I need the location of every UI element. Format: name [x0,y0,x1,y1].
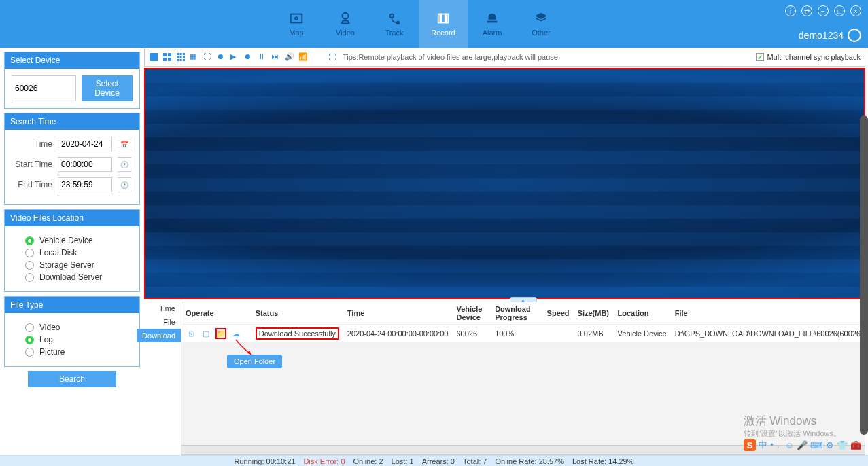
radio-icon [25,336,34,344]
alarm-icon [483,11,501,26]
radio-download-server[interactable]: Download Server [25,272,133,282]
device-input[interactable] [12,75,76,101]
pause-icon[interactable]: ⏸ [258,52,267,62]
open-folder-button[interactable]: 📁 [215,328,226,339]
expand-handle[interactable]: ▲ [510,297,537,302]
record-icon[interactable]: ⏺ [244,52,254,62]
radio-icon [25,273,34,282]
vertical-scrollbar[interactable] [860,115,868,435]
ime-logo-icon[interactable]: S [744,439,756,451]
svg-rect-16 [183,53,185,55]
ime-skin-icon[interactable]: 👕 [837,440,848,450]
svg-rect-21 [180,59,182,61]
date-input[interactable] [58,137,112,151]
multi-sync-checkbox[interactable]: ✓ Multi-channel sync playback [756,53,861,61]
select-device-button[interactable]: Select Device [82,75,133,101]
end-time-label: End Time [12,180,52,190]
next-icon[interactable]: ⏭ [271,52,281,62]
col-file: File [671,302,865,325]
user-info[interactable]: demo1234 [799,29,861,42]
sound-icon[interactable]: 🔊 [285,52,294,62]
clock-icon[interactable]: 🕐 [118,177,131,192]
running-status: Running: 00:10:21 [234,457,295,465]
tab-alarm[interactable]: Alarm [468,0,517,48]
radio-vehicle-device[interactable]: Vehicle Device [25,236,133,245]
ime-lang-icon[interactable]: 中 [759,439,767,451]
info-icon[interactable]: i [785,5,796,16]
table-row[interactable]: ⎘ ▢ 📁 ☁ Download Successfully 2020-04-24… [181,325,865,343]
ime-mic-icon[interactable]: 🎤 [797,440,808,450]
camera-icon[interactable]: ⏺ [217,52,226,62]
ime-punct-icon[interactable]: •， [770,439,782,451]
col-operate: Operate [181,302,251,325]
progress-cell: 100% [491,325,542,343]
swap-icon[interactable]: ⇄ [801,5,812,16]
map-icon [288,11,305,26]
radio-icon [25,236,34,245]
start-time-input[interactable] [58,157,112,172]
radio-log[interactable]: Log [25,335,133,344]
ime-keyboard-icon[interactable]: ⌨ [810,440,823,450]
radio-video[interactable]: Video [25,323,133,332]
tab-record[interactable]: Record [419,0,468,48]
size-cell: 0.02MB [574,325,614,343]
search-time-panel: Search Time Time 📅 Start Time 🕐 End Time… [4,113,140,205]
tab-video[interactable]: Video [321,0,370,48]
radio-label: Log [39,335,53,344]
download-icon[interactable]: ⎘ [186,328,196,339]
radio-storage-server[interactable]: Storage Server [25,260,133,270]
online-status: Online: 2 [353,457,383,465]
radio-picture[interactable]: Picture [25,347,133,357]
minimize-icon[interactable]: − [818,5,829,16]
fullscreen-icon[interactable]: ⛶ [203,52,213,62]
calendar-icon[interactable]: 📅 [118,137,131,151]
side-tab-file[interactable]: File [158,315,181,329]
disk-error-status: Disk Error: 0 [303,457,345,465]
maximize-icon[interactable]: □ [834,5,845,16]
result-side-tabs: Time File Download [144,302,181,455]
tab-other-label: Other [532,29,551,37]
tab-video-label: Video [336,29,355,37]
radio-label: Download Server [39,272,102,282]
stop-icon[interactable] [149,52,158,62]
grid9-icon[interactable] [176,52,186,62]
other-icon [532,11,550,26]
open-folder-tooltip: Open Folder [227,355,282,368]
content-area: ▦ ⛶ ⏺ ▶ ⏺ ⏸ ⏭ 🔊 📶 ⛶ Tips:Remote playback… [144,48,868,455]
download-table-area: ▲ Operate Status Time Vehicle Device Dow… [181,302,865,455]
tab-record-label: Record [431,29,455,37]
play-icon[interactable]: ▶ [230,52,240,62]
lost-status: Lost: 1 [392,457,414,465]
cloud-icon[interactable]: ☁ [230,328,241,339]
time-label: Time [12,139,52,149]
lost-rate-status: Lost Rate: 14.29% [572,457,634,465]
clock-icon[interactable]: 🕐 [118,157,131,172]
ime-toolbox-icon[interactable]: 🧰 [850,440,861,450]
grid16-icon[interactable]: ▦ [190,52,199,62]
tab-track[interactable]: Track [370,0,419,48]
radio-local-disk[interactable]: Local Disk [25,248,133,257]
tab-other[interactable]: Other [517,0,566,48]
tab-map[interactable]: Map [272,0,321,48]
ime-smile-icon[interactable]: ☺ [785,440,794,450]
radio-label: Vehicle Device [39,236,93,245]
expand-icon[interactable]: ⛶ [328,53,336,61]
end-time-input[interactable] [58,177,112,192]
radio-icon [25,261,34,270]
close-icon[interactable]: × [850,5,861,16]
radio-icon [25,323,34,332]
file-icon[interactable]: ▢ [201,328,211,339]
svg-rect-9 [150,53,158,61]
search-button[interactable]: Search [28,371,116,387]
grid4-icon[interactable] [162,52,172,62]
side-tab-download[interactable]: Download [137,329,181,342]
col-time: Time [343,302,453,325]
radio-icon [25,348,34,357]
svg-rect-15 [180,53,182,55]
ime-settings-icon[interactable]: ⚙ [826,440,834,450]
signal-icon[interactable]: 📶 [298,52,308,62]
svg-point-2 [342,13,348,19]
video-preview-area[interactable] [144,68,865,299]
side-tab-time[interactable]: Time [154,302,181,315]
svg-rect-20 [177,59,179,61]
